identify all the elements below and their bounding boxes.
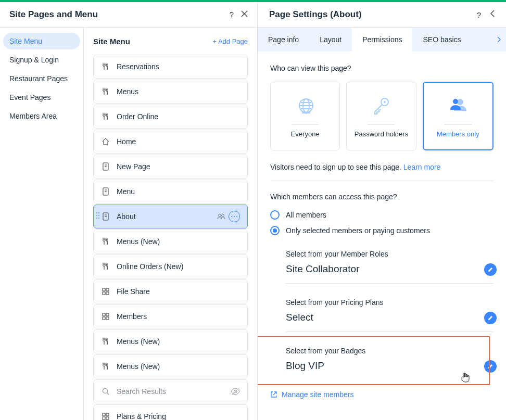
page-item[interactable]: Menus (New) xyxy=(93,354,248,378)
svg-point-8 xyxy=(96,215,97,216)
grid-icon xyxy=(101,287,110,296)
page-item-label: Menus xyxy=(117,87,138,96)
svg-point-39 xyxy=(384,101,386,103)
page-item-label: Order Online xyxy=(117,112,158,121)
tab-seo-basics[interactable]: SEO basics xyxy=(412,28,471,52)
selector-badges: Select from your Badges Blog VIP xyxy=(286,347,494,372)
page-item[interactable]: New Page xyxy=(93,155,248,179)
svg-point-41 xyxy=(453,99,458,104)
page-item[interactable]: Home xyxy=(93,130,248,154)
page-item[interactable]: Menus xyxy=(93,80,248,104)
learn-more-link[interactable]: Learn more xyxy=(403,163,441,171)
home-icon xyxy=(101,137,110,146)
edit-pricing-plans-button[interactable] xyxy=(484,312,497,324)
members-icon xyxy=(217,213,225,220)
page-item[interactable]: Plans & Pricing xyxy=(93,404,248,420)
page-icon xyxy=(101,212,110,221)
page-item-label: Search Results xyxy=(117,387,166,396)
page-item-label: Home xyxy=(117,137,136,146)
svg-rect-31 xyxy=(103,417,105,419)
sidebar-item-restaurant-pages[interactable]: Restaurant Pages xyxy=(3,70,80,87)
search-icon xyxy=(101,387,110,396)
grid-icon xyxy=(101,412,110,420)
sidebar-item-signup-login[interactable]: Signup & Login xyxy=(3,52,80,68)
cursor-pointer-icon xyxy=(461,372,470,385)
tab-layout[interactable]: Layout xyxy=(309,28,352,52)
page-item-label: Menu xyxy=(117,187,135,196)
page-item[interactable]: Online Orders (New) xyxy=(93,254,248,278)
edit-badges-button[interactable] xyxy=(484,360,497,373)
external-link-icon xyxy=(270,391,277,398)
svg-rect-24 xyxy=(106,317,109,320)
edit-member-roles-button[interactable] xyxy=(484,263,497,276)
drag-handle-icon[interactable] xyxy=(96,212,100,221)
view-question: Who can view this page? xyxy=(270,64,494,72)
sidebar-item-site-menu[interactable]: Site Menu xyxy=(3,33,80,49)
tab-permissions[interactable]: Permissions xyxy=(352,28,412,52)
add-page-button[interactable]: + Add Page xyxy=(212,37,248,45)
page-item[interactable]: Search Results xyxy=(93,379,248,403)
svg-point-9 xyxy=(98,215,99,216)
svg-rect-32 xyxy=(106,417,109,419)
page-item[interactable]: Order Online xyxy=(93,105,248,129)
svg-rect-19 xyxy=(103,292,105,295)
utensils-icon xyxy=(101,112,110,121)
svg-rect-17 xyxy=(103,288,105,291)
svg-point-6 xyxy=(96,212,97,213)
utensils-icon xyxy=(101,237,110,246)
page-item[interactable]: Menu xyxy=(93,180,248,203)
sidebar-item-event-pages[interactable]: Event Pages xyxy=(3,89,80,106)
grid-icon xyxy=(101,312,110,321)
tab-page-info[interactable]: Page info xyxy=(258,28,309,52)
page-item-label: Menus (New) xyxy=(117,337,160,346)
svg-point-11 xyxy=(98,218,99,219)
sidebar-item-members-area[interactable]: Members Area xyxy=(3,108,80,124)
access-question: Which members can access this page? xyxy=(270,193,494,201)
selector-member-roles: Select from your Member Roles Site Colla… xyxy=(286,250,494,284)
page-item-label: Menus (New) xyxy=(117,237,160,246)
pages-list-title: Site Menu xyxy=(93,37,130,46)
svg-rect-29 xyxy=(103,413,105,416)
radio-selected-members[interactable]: Only selected members or paying customer… xyxy=(270,226,494,235)
svg-rect-30 xyxy=(106,413,109,416)
more-actions-button[interactable]: ⋯ xyxy=(229,211,240,222)
view-card-password[interactable]: Password holders xyxy=(346,82,416,150)
help-icon[interactable]: ? xyxy=(230,10,234,19)
tabs-next-icon[interactable] xyxy=(491,28,506,52)
page-item-label: Reservations xyxy=(117,62,159,71)
page-item-label: Menus (New) xyxy=(117,362,160,371)
page-item[interactable]: Members xyxy=(93,304,248,328)
svg-rect-23 xyxy=(103,317,105,320)
utensils-icon xyxy=(101,262,110,271)
manage-members-link[interactable]: Manage site members xyxy=(270,390,494,399)
svg-rect-21 xyxy=(103,313,105,316)
close-icon[interactable] xyxy=(241,10,248,19)
radio-icon xyxy=(270,210,280,220)
globe-icon xyxy=(295,94,315,117)
view-card-members[interactable]: Members only xyxy=(423,82,494,150)
page-item-label: Online Orders (New) xyxy=(117,262,183,271)
page-item[interactable]: File Share xyxy=(93,279,248,303)
svg-point-7 xyxy=(98,212,99,213)
page-item-label: Plans & Pricing xyxy=(117,412,166,420)
people-icon xyxy=(448,94,469,117)
view-card-everyone[interactable]: Everyone xyxy=(270,82,340,150)
back-icon[interactable] xyxy=(490,10,495,19)
sidebar: Site Menu Signup & Login Restaurant Page… xyxy=(0,28,83,420)
page-item-label: File Share xyxy=(117,287,150,296)
utensils-icon xyxy=(101,337,110,346)
radio-all-members[interactable]: All members xyxy=(270,210,494,220)
svg-point-16 xyxy=(222,214,224,217)
page-item[interactable]: Reservations xyxy=(93,55,248,79)
svg-rect-18 xyxy=(106,288,109,291)
key-icon xyxy=(371,94,391,117)
page-item[interactable]: Menus (New) xyxy=(93,230,248,253)
help-icon[interactable]: ? xyxy=(477,10,481,19)
page-item[interactable]: Menus (New) xyxy=(93,329,248,353)
page-item[interactable]: About⋯ xyxy=(93,205,248,228)
svg-point-10 xyxy=(96,218,97,219)
svg-line-26 xyxy=(107,392,109,394)
svg-point-25 xyxy=(103,388,107,393)
utensils-icon xyxy=(101,62,110,71)
svg-rect-22 xyxy=(106,313,109,316)
